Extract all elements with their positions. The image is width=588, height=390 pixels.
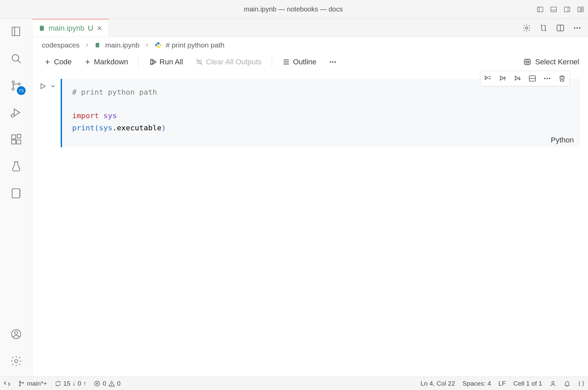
- notebook-settings-icon[interactable]: [521, 23, 532, 33]
- split-cell-icon[interactable]: [527, 73, 538, 84]
- svg-marker-61: [485, 76, 488, 79]
- outline-label: Outline: [293, 58, 317, 66]
- svg-point-70: [544, 78, 546, 79]
- tab-name: main.ipynb: [49, 24, 84, 33]
- status-spaces[interactable]: Spaces: 4: [463, 380, 491, 387]
- notebook-body: # print python path import sys print(sys…: [32, 71, 588, 377]
- clear-outputs-button[interactable]: Clear All Outputs: [190, 56, 266, 68]
- notebook-file-icon: [94, 42, 100, 48]
- tab-row: main.ipynb U: [32, 19, 588, 37]
- svg-point-50: [332, 61, 333, 63]
- breadcrumb-symbol[interactable]: # print python path: [166, 41, 225, 49]
- panel-left-icon[interactable]: [536, 5, 544, 13]
- svg-point-24: [14, 331, 18, 334]
- branch-name: main*+: [27, 380, 47, 387]
- svg-point-34: [579, 27, 580, 28]
- status-cell[interactable]: Cell 1 of 1: [513, 380, 542, 387]
- cell-wrap: # print python path import sys print(sys…: [38, 79, 580, 147]
- svg-marker-14: [14, 109, 20, 116]
- svg-point-76: [19, 385, 20, 386]
- tab-main-ipynb[interactable]: main.ipynb U: [32, 19, 109, 37]
- add-code-button[interactable]: Code: [39, 56, 77, 68]
- close-icon[interactable]: [96, 25, 102, 31]
- search-icon[interactable]: [9, 51, 24, 66]
- activity-bar: 73: [0, 19, 32, 377]
- clear-outputs-label: Clear All Outputs: [206, 58, 262, 66]
- svg-point-77: [23, 382, 24, 383]
- scm-badge: 73: [17, 86, 26, 95]
- svg-marker-60: [41, 84, 46, 89]
- status-branch[interactable]: main*+: [18, 380, 47, 387]
- cell-toolbar: [480, 71, 570, 86]
- diff-icon[interactable]: [538, 23, 549, 33]
- svg-rect-2: [551, 7, 557, 12]
- status-sync[interactable]: 15↓ 0↑: [55, 380, 87, 387]
- settings-gear-icon[interactable]: [9, 354, 24, 368]
- tab-status: U: [88, 24, 93, 33]
- svg-rect-19: [17, 134, 21, 138]
- run-all-button[interactable]: Run All: [144, 56, 188, 68]
- breadcrumb-folder[interactable]: codespaces: [42, 41, 80, 49]
- add-markdown-label: Markdown: [94, 58, 128, 66]
- status-bar: main*+ 15↓ 0↑ 0 0 Ln 4, Col 22 Spaces: 4…: [0, 377, 588, 390]
- execute-above-icon[interactable]: [497, 73, 508, 84]
- layout-customize-icon[interactable]: [577, 5, 585, 13]
- account-icon[interactable]: [9, 327, 24, 342]
- svg-rect-21: [12, 189, 20, 198]
- cell-more-icon[interactable]: [542, 73, 553, 84]
- chevron-down-icon[interactable]: [49, 82, 57, 91]
- toolbar-separator: [272, 57, 272, 67]
- svg-point-9: [12, 55, 19, 61]
- cell-run-icon[interactable]: [38, 82, 47, 91]
- svg-marker-66: [515, 76, 519, 80]
- svg-point-49: [330, 61, 331, 63]
- outline-button[interactable]: Outline: [277, 56, 321, 68]
- delete-cell-icon[interactable]: [557, 73, 567, 84]
- source-control-icon[interactable]: 73: [9, 78, 24, 93]
- add-markdown-button[interactable]: Markdown: [79, 56, 133, 68]
- svg-rect-18: [17, 140, 21, 144]
- panel-right-icon[interactable]: [563, 5, 571, 13]
- title-bar: main.ipynb — notebooks — docs: [0, 0, 588, 19]
- select-kernel-label: Select Kernel: [535, 58, 579, 66]
- breadcrumb-file[interactable]: main.ipynb: [105, 41, 140, 49]
- status-braces-icon[interactable]: [578, 380, 585, 387]
- editor-group: main.ipynb U: [32, 19, 588, 377]
- status-eol[interactable]: LF: [498, 380, 506, 387]
- panel-bottom-icon[interactable]: [550, 5, 558, 13]
- svg-point-12: [12, 88, 14, 90]
- extensions-icon[interactable]: [9, 132, 24, 147]
- run-debug-icon[interactable]: [9, 105, 24, 120]
- status-position[interactable]: Ln 4, Col 22: [420, 380, 455, 387]
- status-problems[interactable]: 0 0: [94, 380, 120, 387]
- toolbar-separator: [138, 57, 139, 67]
- status-bell-icon[interactable]: [564, 380, 570, 387]
- svg-rect-26: [40, 26, 44, 31]
- run-by-line-icon[interactable]: [482, 73, 493, 84]
- svg-rect-16: [11, 135, 16, 139]
- svg-rect-0: [537, 7, 543, 12]
- explorer-icon[interactable]: [9, 24, 24, 39]
- svg-rect-4: [564, 7, 570, 12]
- cell-language[interactable]: Python: [551, 134, 574, 146]
- toolbar-more-icon[interactable]: [324, 56, 342, 68]
- svg-point-82: [111, 385, 112, 385]
- svg-rect-35: [96, 43, 99, 47]
- execute-below-icon[interactable]: [512, 73, 523, 84]
- split-editor-icon[interactable]: [555, 23, 566, 33]
- code-line-3: import sys: [72, 110, 570, 122]
- python-icon: [154, 42, 161, 48]
- more-actions-icon[interactable]: [572, 23, 583, 33]
- remote-indicator-icon[interactable]: [3, 380, 11, 387]
- notebook-panel-icon[interactable]: [9, 186, 24, 201]
- status-feedback-icon[interactable]: [550, 380, 556, 387]
- svg-point-32: [574, 27, 575, 28]
- svg-point-11: [12, 81, 14, 83]
- svg-rect-8: [581, 10, 583, 12]
- svg-rect-52: [524, 60, 530, 64]
- svg-rect-17: [11, 140, 16, 144]
- select-kernel-button[interactable]: Select Kernel: [523, 58, 581, 66]
- testing-icon[interactable]: [9, 159, 24, 174]
- code-cell[interactable]: # print python path import sys print(sys…: [61, 79, 580, 147]
- breadcrumb[interactable]: codespaces main.ipynb # print python pat…: [32, 37, 588, 53]
